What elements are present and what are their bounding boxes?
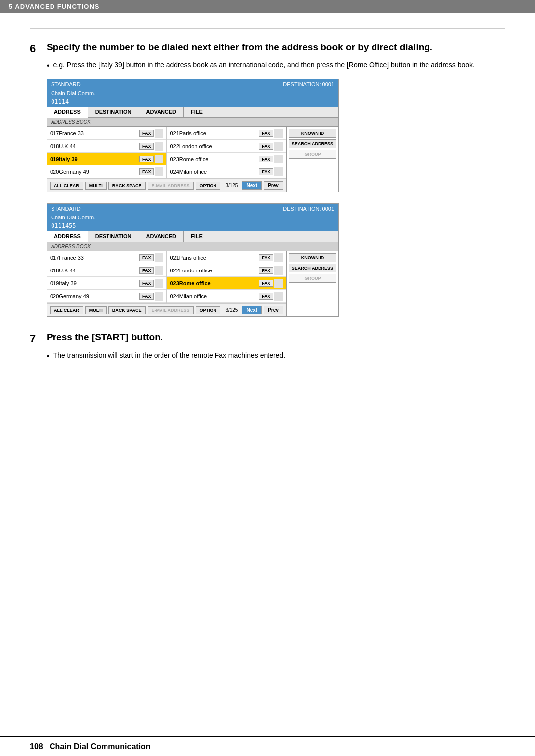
panel2-prev-btn[interactable]: Prev (264, 306, 283, 314)
panel2-option-btn[interactable]: OPTION (196, 306, 221, 314)
step6-block: 6 Specify the number to be dialed next e… (30, 41, 505, 317)
panel1-fax-right-3[interactable]: FAX (259, 168, 273, 175)
panel2-row-right-0[interactable]: 021Paris office FAX (167, 251, 286, 264)
panel1-row-right-2[interactable]: 023Rome office FAX (167, 153, 286, 165)
panel2-fax-right-0[interactable]: FAX (259, 254, 273, 261)
panel1-searchaddr-btn[interactable]: SEARCH ADDRESS (289, 139, 336, 148)
panel2-group-btn[interactable]: GROUP (289, 274, 336, 283)
panel2-row-right-3[interactable]: 024Milan office FAX (167, 290, 286, 303)
panel2-header-right: DESTINATION: 0001 (283, 206, 334, 212)
panel2-row-left-2[interactable]: 019Italy 39 FAX (47, 277, 166, 290)
panel2-number: 0111455 (47, 221, 338, 231)
panel1-header-left: STANDARD (51, 81, 81, 87)
panel1-tab-label: ADDRESS BOOK (47, 118, 338, 127)
panel1-right-name-0: 021Paris office (170, 130, 259, 136)
panel2-email-btn[interactable]: E-MAIL ADDRESS (148, 306, 194, 314)
step7-header: 7 Press the [START] button. (30, 331, 505, 345)
panel2-bottom-bar: ALL CLEAR MULTI BACK SPACE E-MAIL ADDRES… (47, 303, 286, 316)
panel1-header: STANDARD DESTINATION: 0001 (47, 79, 338, 89)
step6-bullet: e.g. Press the [Italy 39] button in the … (47, 60, 505, 72)
panel2-left-name-3: 020Germany 49 (50, 293, 139, 299)
panel1-row-left-2[interactable]: 019Italy 39 FAX (47, 153, 166, 165)
panel1-email-btn[interactable]: E-MAIL ADDRESS (148, 182, 194, 190)
panel1-allclear-btn[interactable]: ALL CLEAR (50, 182, 83, 190)
panel1-addr-book: 017France 33 FAX 018U.K 44 FAX 019Italy … (47, 127, 286, 179)
panel2-tabs: ADDRESS DESTINATION ADVANCED FILE (47, 231, 338, 242)
panel2-fax-right-3[interactable]: FAX (259, 293, 273, 300)
tab-address-1[interactable]: ADDRESS (47, 107, 88, 118)
panel2-fax-left-0[interactable]: FAX (139, 254, 154, 261)
panel2-side-btns: KNOWN ID SEARCH ADDRESS GROUP (286, 251, 338, 316)
panel1-row-left-0[interactable]: 017France 33 FAX (47, 127, 166, 140)
panel1-fax-left-3[interactable]: FAX (139, 168, 154, 175)
panel1-fax-right-0[interactable]: FAX (259, 130, 273, 137)
tab-advanced-2[interactable]: ADVANCED (139, 231, 184, 242)
panel1-knownid-btn[interactable]: KNOWN ID (289, 129, 336, 138)
panel2-row-left-1[interactable]: 018U.K 44 FAX (47, 264, 166, 277)
panel2-right-name-1: 022London office (170, 268, 259, 273)
panel2-left-name-0: 017France 33 (50, 255, 139, 261)
tab-destination-2[interactable]: DESTINATION (88, 231, 139, 242)
panel1-fax-right-1[interactable]: FAX (259, 143, 273, 150)
panel2-knownid-btn[interactable]: KNOWN ID (289, 253, 336, 262)
panel2-header: STANDARD DESTINATION: 0001 (47, 204, 338, 214)
tab-file-2[interactable]: FILE (184, 231, 210, 242)
panel1-row-left-1[interactable]: 018U.K 44 FAX (47, 140, 166, 153)
panel1-left-name-3: 020Germany 49 (50, 169, 139, 175)
panel2-backspace-btn[interactable]: BACK SPACE (108, 306, 146, 314)
panel1-fax-left-2[interactable]: FAX (139, 156, 154, 162)
panel1-right-name-2: 023Rome office (170, 156, 259, 162)
panel1-fax-left-0[interactable]: FAX (139, 130, 154, 137)
panel2-fax-right-2[interactable]: FAX (259, 280, 273, 287)
panel2-fax-left-1[interactable]: FAX (139, 267, 154, 274)
header-label: 5 ADVANCED FUNCTIONS (9, 3, 100, 10)
panel1-row-left-3[interactable]: 020Germany 49 FAX (47, 165, 166, 178)
panel1-backspace-btn[interactable]: BACK SPACE (108, 182, 146, 190)
header-bar: 5 ADVANCED FUNCTIONS (0, 0, 535, 13)
panel1-next-btn[interactable]: Next (242, 181, 262, 190)
panel1-bottom-bar: ALL CLEAR MULTI BACK SPACE E-MAIL ADDRES… (47, 179, 286, 192)
step7-block: 7 Press the [START] button. The transmis… (30, 331, 505, 362)
panel2-row-left-3[interactable]: 020Germany 49 FAX (47, 290, 166, 303)
panel1-group-btn[interactable]: GROUP (289, 150, 336, 159)
footer-page: 108 (30, 742, 43, 751)
panel2-addr-book: 017France 33 FAX 018U.K 44 FAX 019Italy … (47, 251, 286, 303)
panel2-right-name-2: 023Rome office (170, 280, 259, 286)
panel2-header-left: STANDARD (51, 206, 81, 212)
panel2-fax-right-1[interactable]: FAX (259, 267, 273, 274)
panel1-fax-left-1[interactable]: FAX (139, 143, 154, 150)
panel1-option-btn[interactable]: OPTION (196, 182, 221, 190)
panel1-left-col: 017France 33 FAX 018U.K 44 FAX 019Italy … (47, 127, 166, 178)
tab-advanced-1[interactable]: ADVANCED (139, 107, 184, 117)
panel2-row-right-1[interactable]: 022London office FAX (167, 264, 286, 277)
step6-number: 6 (30, 42, 44, 55)
panel2-searchaddr-btn[interactable]: SEARCH ADDRESS (289, 264, 336, 272)
panel2-left-col: 017France 33 FAX 018U.K 44 FAX 019Italy … (47, 251, 166, 303)
panel2-row-right-2[interactable]: 023Rome office FAX (167, 277, 286, 290)
panel1-number: 01114 (47, 97, 338, 107)
tab-destination-1[interactable]: DESTINATION (88, 107, 139, 117)
panel2-next-btn[interactable]: Next (242, 306, 262, 314)
panel2-multi-btn[interactable]: MULTI (85, 306, 107, 314)
panel1-row-right-3[interactable]: 024Milan office FAX (167, 165, 286, 178)
step6-header: 6 Specify the number to be dialed next e… (30, 41, 505, 55)
panel2-left-name-2: 019Italy 39 (50, 280, 139, 286)
panel2-fax-left-3[interactable]: FAX (139, 293, 154, 300)
panel1-prev-btn[interactable]: Prev (264, 181, 283, 190)
panel2-subheader: Chain Dial Comm. (47, 214, 338, 221)
panel2-row-left-0[interactable]: 017France 33 FAX (47, 251, 166, 264)
panel1-right-col: 021Paris office FAX 022London office FAX… (166, 127, 286, 178)
tab-address-2[interactable]: ADDRESS (47, 231, 88, 242)
panel1-row-right-0[interactable]: 021Paris office FAX (167, 127, 286, 140)
footer-title: Chain Dial Communication (50, 742, 151, 751)
panel2-tab-label: ADDRESS BOOK (47, 242, 338, 251)
panel1-multi-btn[interactable]: MULTI (85, 182, 107, 190)
panel2-fax-left-2[interactable]: FAX (139, 280, 154, 287)
panel2-allclear-btn[interactable]: ALL CLEAR (50, 306, 83, 314)
tab-file-1[interactable]: FILE (184, 107, 210, 117)
footer: 108 Chain Dial Communication (0, 736, 535, 756)
panel2-right-name-0: 021Paris office (170, 255, 259, 261)
panel1-row-right-1[interactable]: 022London office FAX (167, 140, 286, 153)
panel1-fax-right-2[interactable]: FAX (259, 156, 273, 162)
panel1: STANDARD DESTINATION: 0001 Chain Dial Co… (47, 79, 339, 192)
